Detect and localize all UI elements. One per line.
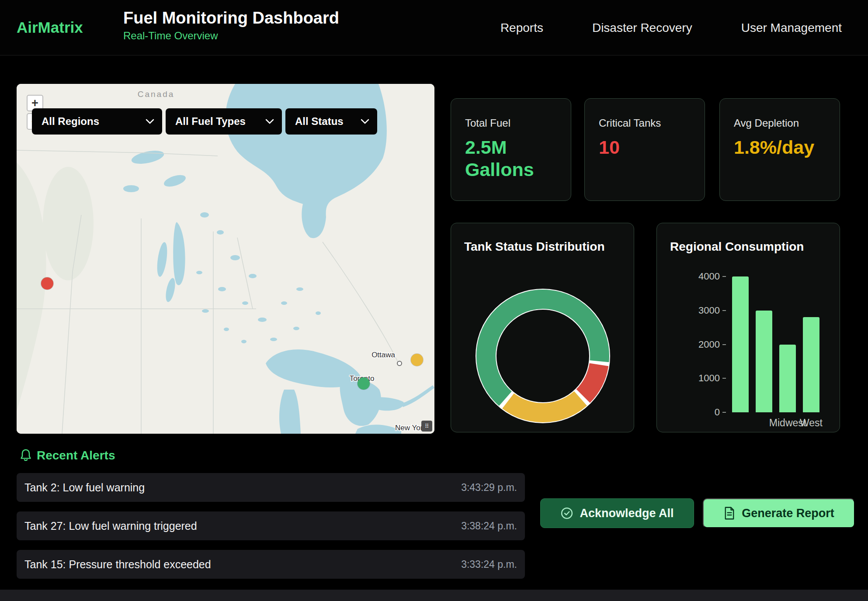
status-filter-dropdown[interactable]: All Status [285,108,377,135]
attribution-toggle-icon[interactable]: ⠿ [421,421,432,432]
bar-plot [732,276,823,412]
stat-label: Avg Depletion [734,117,826,129]
tank-status-distribution-panel: Tank Status Distribution [451,223,634,432]
chevron-down-icon [265,119,274,124]
x-tick-label: Midwest [779,417,796,429]
main-nav: Reports Disaster Recovery User Managemen… [500,0,842,55]
bell-icon [19,448,32,462]
map[interactable]: Canada Ottawa Toronto New York − + All R… [17,84,434,434]
map-filters: All Regions All Fuel Types All Status [32,108,377,135]
region-filter-dropdown[interactable]: All Regions [32,108,162,135]
bottom-strip [0,590,868,601]
recent-alerts-title: Recent Alerts [37,449,115,463]
chevron-down-icon [146,119,154,124]
fuel-type-filter-dropdown[interactable]: All Fuel Types [166,108,282,135]
alert-row[interactable]: Tank 15: Pressure threshold exceeded 3:3… [17,550,525,579]
stat-card-avg-depletion: Avg Depletion 1.8%/day [719,98,840,201]
stat-label: Critical Tanks [599,117,691,129]
nav-item-reports[interactable]: Reports [500,21,543,35]
donut-chart-title: Tank Status Distribution [464,240,605,254]
page-title: Fuel Monitoring Dashboard [123,9,339,28]
region-filter-value: All Regions [42,115,99,128]
alert-message: Tank 2: Low fuel warning [24,481,145,494]
bar-category-1 [732,276,749,412]
stat-value-critical-tanks: 10 [599,136,691,159]
nav-item-user-management[interactable]: User Management [741,21,842,35]
alert-timestamp: 3:38:24 p.m. [461,520,517,532]
stat-card-critical-tanks: Critical Tanks 10 [584,98,705,201]
map-marker-normal[interactable] [358,377,370,390]
x-tick-label [732,417,749,429]
donut-chart [469,282,617,430]
stat-value-total-fuel: 2.5M Gallons [465,136,557,180]
generate-report-button[interactable]: Generate Report [703,498,855,528]
page-subtitle: Real-Time Overview [123,30,339,42]
generate-report-label: Generate Report [742,507,834,520]
alert-message: Tank 15: Pressure threshold exceeded [24,558,211,571]
fuel-type-filter-value: All Fuel Types [175,115,246,128]
stat-value-avg-depletion: 1.8%/day [734,136,826,159]
stat-card-total-fuel: Total Fuel 2.5M Gallons [451,98,571,201]
check-circle-icon [560,507,573,520]
chevron-down-icon [361,119,369,124]
regional-consumption-panel: Regional Consumption 01000200030004000 M… [656,223,840,432]
nav-item-disaster-recovery[interactable]: Disaster Recovery [592,21,692,35]
acknowledge-all-button[interactable]: Acknowledge All [540,498,694,528]
document-icon [723,507,736,520]
bar-category-2 [756,311,772,412]
y-tick-label: 0 [715,407,720,418]
status-filter-value: All Status [295,115,344,128]
y-tick-label: 2000 [698,339,720,350]
brand-logo[interactable]: AirMatrix [17,19,83,36]
bar-chart-title: Regional Consumption [670,240,804,254]
city-dot-ottawa [397,361,402,366]
bar-west [803,317,819,412]
stat-label: Total Fuel [465,117,557,129]
alert-row[interactable]: Tank 27: Low fuel warning triggered 3:38… [17,511,525,540]
y-tick-label: 4000 [698,271,720,282]
alert-timestamp: 3:43:29 p.m. [461,482,517,494]
bar-y-axis: 01000200030004000 [657,276,729,412]
alert-row[interactable]: Tank 2: Low fuel warning 3:43:29 p.m. [17,473,525,502]
fuel-monitoring-dashboard: AirMatrix Fuel Monitoring Dashboard Real… [0,0,868,601]
map-label-ottawa: Ottawa [372,351,395,359]
header: AirMatrix Fuel Monitoring Dashboard Real… [0,0,868,55]
donut-svg [469,282,617,430]
x-tick-label: West [803,417,819,429]
y-tick-label: 1000 [698,373,720,384]
bar-midwest [779,345,796,413]
acknowledge-all-label: Acknowledge All [580,507,674,520]
map-marker-warning[interactable] [411,354,423,366]
map-marker-critical[interactable] [41,277,53,290]
y-tick-label: 3000 [698,305,720,316]
alert-message: Tank 27: Low fuel warning triggered [24,520,197,532]
bar-x-axis: MidwestWest [732,417,823,429]
map-canvas: Canada Ottawa Toronto New York [17,84,434,434]
map-label-canada: Canada [138,90,175,99]
alert-timestamp: 3:33:24 p.m. [461,559,517,570]
title-block: Fuel Monitoring Dashboard Real-Time Over… [123,9,339,42]
